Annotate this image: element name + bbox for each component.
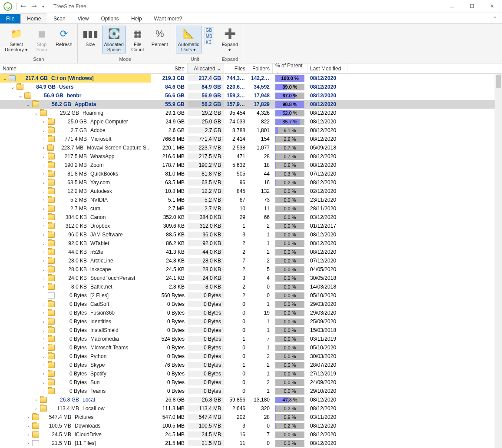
collapse-icon[interactable]: ⌄ (33, 111, 39, 116)
col-allocated[interactable]: Allocated ⌄ (188, 63, 224, 73)
forward-icon[interactable]: 🠖 (30, 3, 39, 10)
expand-icon[interactable]: › (41, 380, 47, 385)
tree-view[interactable]: ⌄217.4 GBC:\ on [Windows]219.3 GB217.4 G… (0, 74, 502, 448)
size-button[interactable]: ▮▮▮Size (80, 26, 100, 48)
tree-row[interactable]: ›0 BytesSpotify0 Bytes0 Bytes010.0 %27/1… (0, 369, 502, 378)
col-size[interactable]: Size (151, 63, 188, 73)
tree-row[interactable]: ›26.8 GBLocal26.8 GB26.8 GB59,85613,1804… (0, 395, 502, 404)
col-percent[interactable]: % of Parent ... (273, 63, 307, 73)
tree-row[interactable]: ›100.5 MBDownloads100.5 MB100.5 MB300.2 … (0, 421, 502, 430)
tab-want-more-[interactable]: Want more? (148, 14, 188, 23)
expand-icon[interactable]: › (41, 328, 47, 333)
tab-help[interactable]: Help (125, 14, 148, 23)
tree-row[interactable]: ›24.0 KBSoundTouchPersist24.1 KB24.0 KB3… (0, 274, 502, 282)
tree-row[interactable]: ›312.0 KBDropbox309.6 KB312.0 KB120.0 %0… (0, 222, 502, 230)
tree-row[interactable]: ›92.0 KBWTablet86.2 KB92.0 KB210.0 %08/1… (0, 239, 502, 248)
tree-row[interactable]: ›0 BytesIdentities0 Bytes0 Bytes010.0 %2… (0, 317, 502, 326)
expand-icon[interactable]: › (41, 389, 47, 394)
tree-row[interactable]: ›0 BytesSun0 Bytes0 Bytes020.0 %24/09/20… (0, 378, 502, 387)
expand-icon[interactable]: › (41, 146, 46, 150)
expand-icon[interactable]: › (41, 363, 47, 368)
tree-row[interactable]: ›28.0 KBinkscape24.5 KB28.0 KB250.0 %04/… (0, 265, 502, 274)
col-files[interactable]: Files (224, 63, 248, 73)
tab-file[interactable]: File (0, 14, 20, 23)
expand-icon[interactable]: › (25, 432, 31, 437)
tree-row[interactable]: ›771.4 MBMicrosoft766.6 MB771.4 MB2,4141… (0, 135, 502, 143)
tree-row[interactable]: ›0 BytesCadSoft0 Bytes0 Bytes010.0 %29/0… (0, 300, 502, 309)
expand-icon[interactable]: › (41, 215, 47, 220)
tree-row[interactable]: ›0 BytesInstallShield0 Bytes0 Bytes010.0… (0, 326, 502, 335)
tree-row[interactable]: ›24.5 MBiCloudDrive24.5 MB24.5 MB1670.0 … (0, 430, 502, 439)
tab-scan[interactable]: Scan (47, 14, 71, 23)
expand-icon[interactable]: › (41, 189, 47, 194)
expand-icon[interactable]: › (41, 311, 47, 315)
expand-icon[interactable]: › (41, 302, 47, 307)
tree-row[interactable]: ›25.0 GBApple Computer24.9 GB25.0 GB74,0… (0, 117, 502, 126)
expand-icon[interactable]: › (41, 241, 47, 246)
tree-row[interactable]: ·0 Bytes[2 Files]560 Bytes0 Bytes200.0 %… (0, 291, 502, 300)
percent-button[interactable]: %Percent (149, 26, 170, 48)
tree-row[interactable]: ›0 BytesMacromedia524 Bytes0 Bytes170.0 … (0, 335, 502, 343)
expand-icon[interactable]: › (41, 206, 47, 211)
tab-home[interactable]: Home (20, 13, 47, 23)
unit-mb-button[interactable]: MB (204, 33, 214, 39)
expand-icon[interactable]: › (41, 372, 47, 376)
vertical-scrollbar[interactable] (495, 74, 502, 448)
col-name[interactable]: Name (0, 63, 151, 73)
tab-view[interactable]: View (72, 14, 95, 23)
expand-icon[interactable]: › (41, 119, 47, 124)
automatic-units-button[interactable]: 📐Automatic Units ▾ (176, 26, 201, 53)
expand-icon[interactable]: › (41, 137, 47, 142)
tree-row[interactable]: ›217.5 MBWhatsApp216.6 MB217.5 MB471280.… (0, 152, 502, 161)
expand-icon[interactable]: › (41, 267, 47, 272)
expand-icon[interactable]: › (41, 285, 47, 289)
tree-row[interactable]: ⌄217.4 GBC:\ on [Windows]219.3 GB217.4 G… (0, 74, 502, 83)
tree-row[interactable]: ›384.0 KBCanon352.0 KB384.0 KB29660.0 %0… (0, 213, 502, 222)
expand-icon[interactable]: › (41, 224, 47, 229)
back-icon[interactable]: 🠔 (19, 3, 28, 10)
tree-row[interactable]: ›21.5 MB[11 Files]21.5 MB21.5 MB1100.0 %… (0, 439, 502, 448)
minimize-button[interactable]: — (442, 0, 462, 13)
expand-icon[interactable]: › (41, 354, 47, 359)
expand-icon[interactable]: › (25, 441, 31, 446)
expand-icon[interactable]: › (25, 415, 31, 420)
qat-dropdown-icon[interactable]: ▾ (40, 4, 46, 9)
expand-icon[interactable]: › (33, 406, 39, 411)
file-count-button[interactable]: ▦File Count (128, 26, 148, 53)
tab-options[interactable]: Options (95, 14, 125, 23)
tree-row[interactable]: ›113.4 MBLocalLow111.3 MB113.4 MB2,64632… (0, 404, 502, 413)
expand-icon[interactable]: › (41, 259, 47, 263)
expand-icon[interactable]: › (41, 163, 47, 168)
tree-row[interactable]: ›0 BytesPython0 Bytes0 Bytes020.0 %30/03… (0, 352, 502, 361)
refresh-button[interactable]: ⟳Refresh (53, 26, 75, 48)
expand-icon[interactable]: › (33, 398, 39, 402)
tree-row[interactable]: ›2.7 MBcura2.7 MB2.7 MB10110.0 %28/11/20… (0, 204, 502, 213)
unit-kb-button[interactable]: KB (204, 40, 214, 45)
allocated-space-button[interactable]: 💽Allocated Space (102, 26, 126, 53)
expand-icon[interactable]: › (41, 180, 47, 185)
tree-row[interactable]: ›63.5 MBYay.com63.5 MB63.5 MB96160.2 %08… (0, 178, 502, 187)
tree-row[interactable]: ›96.0 KBJAM Software88.5 KB96.0 KB310.0 … (0, 230, 502, 239)
tree-row[interactable]: ›2.7 GBAdobe2.6 GB2.7 GB8,7881,8019.1 %0… (0, 126, 502, 135)
tree-row[interactable]: ›0 BytesTeams0 Bytes0 Bytes010.0 %29/10/… (0, 387, 502, 395)
expand-icon[interactable]: › (41, 319, 47, 324)
expand-icon[interactable]: › (41, 232, 47, 237)
tree-row[interactable]: ›0 BytesMicrosoft Teams0 Bytes0 Bytes010… (0, 343, 502, 352)
scrollbar-thumb[interactable] (496, 75, 501, 88)
tree-row[interactable]: ›0 BytesFusion3600 Bytes0 Bytes0190.0 %2… (0, 309, 502, 317)
tree-row[interactable]: ›223.7 MBMovavi Screen Capture S...220.1… (0, 143, 502, 152)
tree-row[interactable]: ›12.2 MBAutodesk10.8 MB12.2 MB8451320.0 … (0, 187, 502, 196)
expand-icon[interactable]: › (41, 198, 47, 202)
expand-icon[interactable]: › (41, 276, 47, 281)
tree-row[interactable]: ⌄84.9 GBUsers84.6 GB84.9 GB220,69834,592… (0, 83, 502, 91)
expand-button[interactable]: ➕Expand ▾ (220, 26, 240, 53)
collapse-ribbon-icon[interactable]: ⌃ (487, 14, 502, 23)
tree-row[interactable]: ⌄56.9 GBbenbr56.6 GB56.9 GB159,38817,948… (0, 91, 502, 100)
expand-icon[interactable]: › (41, 154, 47, 159)
expand-icon[interactable]: › (41, 345, 47, 350)
expand-icon[interactable]: › (41, 128, 47, 133)
tree-row[interactable]: ›8.0 KBBattle.net2.8 KB8.0 KB200.0 %14/0… (0, 282, 502, 291)
expand-icon[interactable]: › (25, 424, 31, 428)
expand-icon[interactable]: › (41, 250, 47, 255)
collapse-icon[interactable]: ⌄ (25, 102, 31, 107)
